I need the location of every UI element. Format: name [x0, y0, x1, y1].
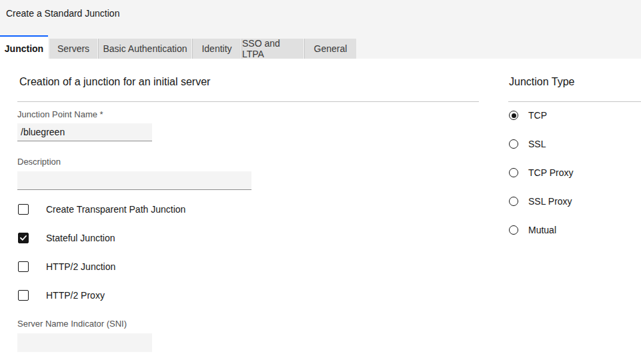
tab-junction-label: Junction — [5, 43, 43, 54]
dialog-title: Create a Standard Junction — [6, 8, 119, 19]
tab-basic-authentication-label: Basic Authentication — [103, 43, 187, 54]
tab-sso-and-ltpa[interactable]: SSO and LTPA — [241, 39, 303, 59]
radio-row-mutual[interactable]: Mutual — [509, 225, 556, 235]
tab-servers[interactable]: Servers — [49, 39, 97, 59]
junction-type-divider — [508, 101, 641, 102]
description-input[interactable] — [17, 171, 251, 190]
tab-identity[interactable]: Identity — [192, 39, 241, 59]
radio-selected-dot — [512, 113, 516, 118]
dialog-header: Create a Standard Junction — [0, 0, 641, 35]
http2-junction-label: HTTP/2 Junction — [46, 261, 115, 272]
junction-type-heading: Junction Type — [509, 76, 574, 88]
checkbox-row-stateful-junction[interactable]: Stateful Junction — [18, 233, 115, 243]
form-section-heading: Creation of a junction for an initial se… — [19, 76, 210, 88]
radio-row-tcp[interactable]: TCP — [509, 110, 547, 121]
tab-identity-label: Identity — [201, 43, 231, 54]
http2-proxy-checkbox[interactable] — [18, 290, 29, 301]
transparent-path-checkbox[interactable] — [18, 204, 29, 215]
stateful-junction-checkbox[interactable] — [18, 233, 29, 243]
ssl-radio-label: SSL — [528, 139, 546, 149]
tab-general[interactable]: General — [304, 39, 356, 59]
radio-row-ssl-proxy[interactable]: SSL Proxy — [509, 196, 572, 207]
tab-general-label: General — [314, 43, 348, 54]
ssl-radio[interactable] — [509, 139, 518, 149]
checkmark-icon — [20, 235, 27, 241]
description-label: Description — [17, 157, 61, 167]
stateful-junction-label: Stateful Junction — [46, 233, 115, 243]
tab-bar: Junction Servers Basic Authentication Id… — [0, 35, 641, 59]
checkbox-row-http2-proxy[interactable]: HTTP/2 Proxy — [18, 290, 105, 301]
ssl-proxy-radio-label: SSL Proxy — [528, 196, 572, 207]
transparent-path-label: Create Transparent Path Junction — [46, 204, 185, 215]
ssl-proxy-radio[interactable] — [509, 197, 518, 206]
create-standard-junction-dialog: Create a Standard Junction Junction Serv… — [0, 0, 641, 364]
tcp-radio-label: TCP — [528, 110, 547, 121]
sni-input[interactable] — [17, 333, 152, 352]
mutual-radio-label: Mutual — [528, 225, 556, 235]
http2-proxy-label: HTTP/2 Proxy — [46, 290, 105, 301]
tab-junction[interactable]: Junction — [0, 35, 48, 59]
sni-label: Server Name Indicator (SNI) — [17, 319, 127, 329]
tcp-proxy-radio[interactable] — [509, 168, 518, 177]
junction-point-name-input[interactable] — [17, 123, 152, 141]
radio-row-tcp-proxy[interactable]: TCP Proxy — [509, 167, 573, 178]
tcp-radio[interactable] — [509, 111, 518, 120]
http2-junction-checkbox[interactable] — [18, 261, 29, 272]
junction-point-name-label: Junction Point Name * — [17, 109, 103, 119]
tab-sso-and-ltpa-label: SSO and LTPA — [242, 38, 303, 59]
tab-basic-authentication[interactable]: Basic Authentication — [98, 39, 191, 59]
tab-servers-label: Servers — [57, 43, 89, 54]
tcp-proxy-radio-label: TCP Proxy — [528, 167, 573, 178]
form-section-divider — [17, 101, 479, 102]
radio-row-ssl[interactable]: SSL — [509, 139, 546, 149]
mutual-radio[interactable] — [509, 225, 518, 235]
checkbox-row-http2-junction[interactable]: HTTP/2 Junction — [18, 261, 115, 272]
checkbox-row-transparent-path[interactable]: Create Transparent Path Junction — [18, 204, 185, 215]
